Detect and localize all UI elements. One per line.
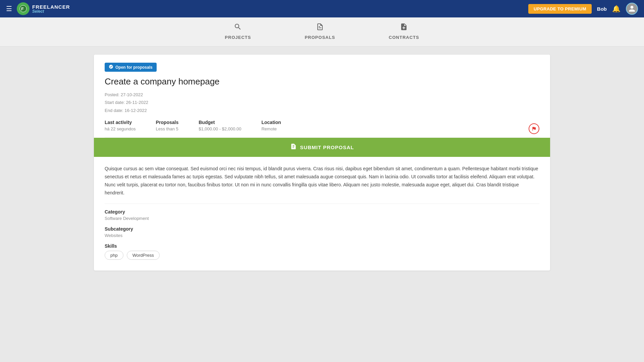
subcategory-label: Subcategory [105, 226, 539, 232]
hamburger-menu-icon[interactable]: ☰ [6, 5, 12, 13]
start-date: Start date: 26-11-2022 [105, 99, 539, 106]
category-section: Category Software Development [105, 209, 539, 221]
main-content: Open for proposals Create a company home… [0, 47, 644, 279]
header-left: ☰ F FREELANCER Select [6, 2, 70, 15]
category-label: Category [105, 209, 539, 215]
subcategory-section: Subcategory Websites [105, 226, 539, 238]
submit-proposal-label: SUBMIT PROPOSAL [300, 144, 354, 150]
project-dates: Posted: 27-10-2022 Start date: 26-11-202… [105, 91, 539, 114]
end-date: End date: 16-12-2022 [105, 107, 539, 114]
location-value: Remote [261, 126, 281, 131]
project-description: Quisque cursus ac sem vitae consequat. S… [105, 165, 539, 197]
contracts-icon [400, 23, 408, 33]
logo-freelancer-label: FREELANCER [32, 4, 70, 9]
submit-icon [290, 143, 297, 152]
logo: F FREELANCER Select [17, 2, 70, 15]
badge-icon [109, 64, 113, 70]
category-value: Software Development [105, 216, 539, 221]
last-activity-value: há 22 segundos [105, 126, 136, 131]
svg-text:F: F [21, 6, 24, 11]
tab-projects-label: PROJECTS [225, 35, 251, 40]
projects-icon [234, 23, 242, 33]
budget-value: $1,000.00 - $2,000.00 [199, 126, 241, 131]
tab-projects[interactable]: PROJECTS [198, 17, 278, 46]
logo-text: FREELANCER Select [32, 4, 70, 13]
logo-icon: F [17, 2, 30, 15]
last-activity-label: Last activity [105, 120, 136, 125]
project-title: Create a company homepage [105, 76, 539, 87]
header-right: UPGRADE TO PREMIUM Bob 🔔 [528, 3, 638, 15]
header: ☰ F FREELANCER Select UPGRADE TO PREMIUM… [0, 0, 644, 17]
skill-php: php [105, 251, 123, 260]
skills-section: Skills php WordPress [105, 243, 539, 260]
tab-proposals-label: PROPOSALS [305, 35, 335, 40]
proposals-value: Less than 5 [156, 126, 179, 131]
skill-wordpress: WordPress [127, 251, 160, 260]
notification-bell-icon[interactable]: 🔔 [612, 5, 621, 13]
project-meta: Last activity há 22 segundos Proposals L… [105, 120, 539, 138]
section-divider [105, 203, 539, 204]
logo-select-label: Select [32, 9, 70, 13]
budget-meta: Budget $1,000.00 - $2,000.00 [199, 120, 241, 131]
user-name-label: Bob [597, 6, 607, 12]
open-for-proposals-badge: Open for proposals [105, 63, 157, 72]
location-meta: Location Remote [261, 120, 281, 131]
skills-row: php WordPress [105, 251, 539, 260]
budget-label: Budget [199, 120, 241, 125]
project-card: Open for proposals Create a company home… [94, 55, 550, 270]
tab-contracts-label: CONTRACTS [389, 35, 419, 40]
skills-label: Skills [105, 243, 539, 249]
posted-date: Posted: 27-10-2022 [105, 91, 539, 99]
proposals-label: Proposals [156, 120, 179, 125]
location-label: Location [261, 120, 281, 125]
badge-label: Open for proposals [115, 65, 153, 70]
tab-contracts[interactable]: CONTRACTS [362, 17, 446, 46]
avatar[interactable] [626, 3, 638, 15]
proposals-icon [316, 23, 324, 33]
flag-button[interactable] [529, 123, 539, 134]
last-activity-meta: Last activity há 22 segundos [105, 120, 136, 131]
proposals-meta: Proposals Less than 5 [156, 120, 179, 131]
upgrade-premium-button[interactable]: UPGRADE TO PREMIUM [528, 4, 592, 14]
tab-proposals[interactable]: PROPOSALS [278, 17, 362, 46]
subcategory-value: Websites [105, 233, 539, 238]
submit-proposal-bar[interactable]: SUBMIT PROPOSAL [94, 138, 550, 157]
nav-tabs: PROJECTS PROPOSALS CONTRACTS [0, 17, 644, 47]
